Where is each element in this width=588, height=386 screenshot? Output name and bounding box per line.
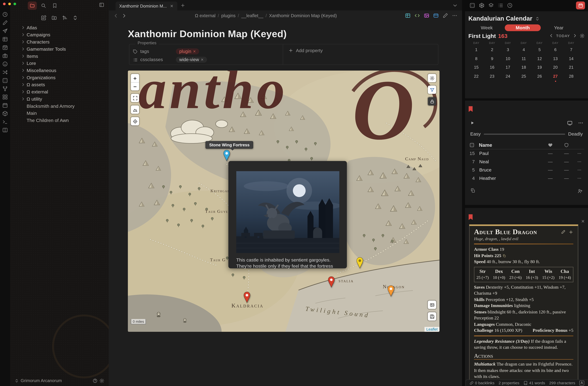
calendar-day[interactable]: 11	[516, 56, 532, 65]
backlinks-status[interactable]: 0 backlinks	[469, 381, 495, 385]
initiative-dice-icon[interactable]	[469, 143, 474, 147]
properties-heading[interactable]: Properties	[135, 41, 159, 45]
word-count-status[interactable]: 41 words 299 characters	[524, 381, 575, 385]
sidebar-folder[interactable]: Gamemaster Tools	[10, 45, 109, 52]
property-key[interactable]: cssclasses	[140, 57, 173, 62]
new-folder-icon[interactable]	[51, 15, 57, 21]
sidebar-folder[interactable]: Ω utility	[10, 95, 109, 103]
tracker-row[interactable]: 4 Heather — —	[469, 174, 584, 182]
map-pin-orange[interactable]	[387, 285, 395, 297]
calendar-day[interactable]: 22	[468, 74, 484, 83]
map-settings-button[interactable]	[428, 74, 436, 82]
calendar-day[interactable]: 23	[484, 74, 500, 83]
calendar-check-icon[interactable]	[2, 45, 8, 50]
tracker-more-icon[interactable]	[578, 120, 584, 126]
new-note-icon[interactable]	[41, 15, 46, 21]
git-fork-icon[interactable]	[2, 86, 8, 91]
vault-name[interactable]: Grimorum Arcanorum	[21, 378, 62, 383]
calendar-day[interactable]: 7	[563, 47, 579, 56]
pencil-icon[interactable]	[2, 20, 8, 25]
calendar-day[interactable]: 10	[500, 56, 516, 65]
table-icon[interactable]	[2, 36, 8, 42]
vault-switcher-icon[interactable]	[15, 379, 19, 383]
card-view-icon[interactable]	[433, 13, 439, 18]
active-tab[interactable]: Xanthomir Dominion M...	[115, 1, 177, 11]
filter-button[interactable]	[428, 86, 436, 94]
code-view-icon[interactable]	[414, 13, 420, 18]
play-icon[interactable]	[469, 120, 475, 126]
tab-month[interactable]: Month	[505, 24, 541, 31]
sidebar-folder[interactable]: Lore	[10, 60, 109, 67]
next-month-icon[interactable]	[573, 33, 577, 38]
calendar-day[interactable]: 3	[500, 47, 516, 56]
shuffle-icon[interactable]	[2, 69, 8, 75]
add-to-tracker-icon[interactable]	[568, 230, 573, 234]
property-key[interactable]: tags	[140, 49, 173, 54]
property-row[interactable]: tags plugin×	[129, 47, 283, 56]
panel-bookmark-flag-icon[interactable]	[467, 212, 474, 222]
outline-list-icon[interactable]	[498, 2, 503, 8]
breadcrumb-segment[interactable]: Ω external	[195, 13, 215, 18]
panel-bookmark-flag-icon[interactable]	[467, 104, 474, 114]
smile-icon[interactable]	[2, 61, 8, 67]
calendar-day[interactable]: 25	[516, 74, 532, 83]
more-options-icon[interactable]	[452, 13, 458, 18]
row-more-icon[interactable]	[577, 151, 582, 156]
calendar-day[interactable]: 6	[547, 47, 563, 56]
calendar-day[interactable]: 26	[532, 74, 547, 83]
breadcrumb-segment[interactable]: __leaflet__	[241, 13, 263, 18]
clock-icon[interactable]	[507, 2, 513, 8]
terminal-icon[interactable]	[2, 119, 8, 125]
remove-value-icon[interactable]: ×	[201, 57, 204, 62]
columns-icon[interactable]	[2, 127, 8, 133]
edit-statblock-icon[interactable]	[561, 230, 566, 234]
forward-icon[interactable]	[122, 13, 127, 18]
back-icon[interactable]	[113, 13, 119, 18]
sidebar-folder[interactable]: Characters	[10, 38, 109, 45]
roll-dice-icon[interactable]	[502, 254, 506, 257]
sidebar-folder[interactable]: Campaigns	[10, 31, 109, 38]
calendar-day[interactable]: 14	[563, 56, 579, 65]
tab-year[interactable]: Year	[541, 24, 577, 31]
today-button[interactable]: TODAY	[556, 34, 570, 38]
banner-image-icon[interactable]	[424, 13, 429, 18]
calendar-switcher-icon[interactable]	[535, 16, 540, 21]
calendar-day[interactable]: 5	[532, 47, 547, 56]
zoom-in-button[interactable]: +	[131, 74, 139, 82]
calendar-day[interactable]: 9	[484, 56, 500, 65]
box-icon[interactable]	[2, 111, 8, 116]
map-pin-red[interactable]	[328, 276, 335, 288]
tab-list-chevron-icon[interactable]	[453, 3, 457, 8]
new-tab-icon[interactable]	[180, 3, 185, 8]
calendar-day[interactable]: 24	[500, 74, 516, 83]
collapse-sidebar-icon[interactable]	[99, 2, 104, 7]
tab-search[interactable]	[39, 1, 48, 10]
add-creature-icon[interactable]	[577, 188, 583, 194]
tracker-row[interactable]: 5 Bruce — —	[469, 166, 584, 174]
leaflet-attribution[interactable]: Leaflet	[424, 327, 440, 332]
calendar-day[interactable]: 28	[563, 74, 579, 83]
sidebar-file[interactable]: Main	[10, 110, 109, 117]
add-property-button[interactable]: Add property	[296, 48, 323, 53]
row-more-icon[interactable]	[577, 176, 582, 181]
tab-bookmarks[interactable]	[50, 1, 59, 10]
tracker-row[interactable]: 7 Neal — —	[469, 158, 584, 166]
calendar-day[interactable]: 13	[547, 56, 563, 65]
save-map-button[interactable]	[428, 312, 436, 320]
sidebar-folder[interactable]: Ω assets	[10, 81, 109, 88]
sidebar-folder[interactable]: Atlas	[10, 24, 109, 31]
grid-icon[interactable]	[2, 94, 8, 100]
export-image-button[interactable]	[428, 301, 436, 309]
map-pin-blue[interactable]	[223, 150, 230, 161]
map-pin-yellow[interactable]	[356, 257, 363, 269]
calendar-day[interactable]: 15	[468, 65, 484, 74]
calendar-day-selected[interactable]: 27	[547, 74, 563, 83]
copy-encounter-icon[interactable]	[470, 188, 475, 193]
zoom-window-button[interactable]	[14, 3, 16, 5]
calendar-day[interactable]: 8	[468, 56, 484, 65]
calendar-day[interactable]: 17	[500, 65, 516, 74]
table-view-icon[interactable]	[405, 13, 411, 18]
clock-icon[interactable]	[2, 12, 8, 17]
edit-mode-icon[interactable]	[442, 13, 448, 18]
properties-status[interactable]: 2 properties	[499, 381, 519, 385]
